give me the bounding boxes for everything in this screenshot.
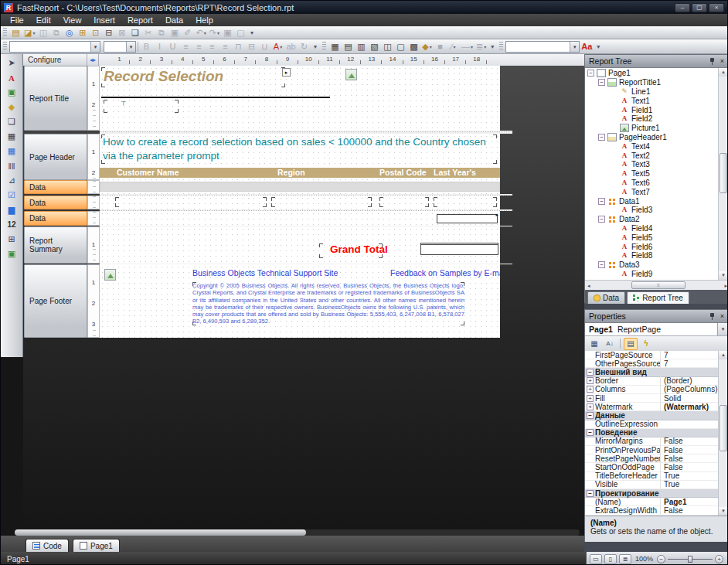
property-value[interactable]: 7: [660, 351, 719, 359]
toolbar-grip[interactable]: [3, 28, 7, 37]
property-value[interactable]: 7: [660, 359, 719, 368]
right-border-button[interactable]: ◫: [381, 41, 394, 53]
column-header-region[interactable]: Region: [277, 168, 305, 178]
page-settings-button[interactable]: ❏: [128, 27, 141, 39]
scroll-down-icon[interactable]: ▼: [719, 271, 728, 280]
field-object[interactable]: [115, 197, 267, 207]
property-row[interactable]: Внешний вид: [585, 368, 719, 376]
column-header-last-years[interactable]: Last Year's: [434, 168, 476, 178]
tree-item[interactable]: Data1: [585, 196, 719, 206]
cut-button[interactable]: ✂: [141, 27, 155, 39]
expand-icon[interactable]: [587, 395, 594, 402]
scroll-up-icon[interactable]: ▲: [719, 68, 728, 77]
menu-item[interactable]: Help: [189, 14, 219, 26]
play-button[interactable]: ▸: [282, 68, 291, 77]
toolbar-grip[interactable]: [322, 42, 326, 51]
band-label-data1[interactable]: Data: [24, 180, 87, 194]
property-value[interactable]: False: [660, 437, 719, 445]
font-size-combo[interactable]: ▾: [104, 41, 136, 53]
multi-page-view-button[interactable]: ≣: [619, 554, 631, 564]
scrollbar-thumb[interactable]: [719, 153, 727, 193]
property-value[interactable]: False: [660, 463, 719, 471]
property-row[interactable]: StartOnOddPage False: [585, 463, 719, 471]
expand-icon[interactable]: [587, 369, 594, 376]
font-color-button[interactable]: A: [271, 41, 284, 53]
tree-item[interactable]: Field4: [585, 224, 719, 233]
rotate-text-button[interactable]: ↻: [298, 41, 311, 53]
tree-expand-icon[interactable]: [598, 79, 605, 86]
italic-button[interactable]: I: [153, 41, 166, 53]
font-name-combo[interactable]: ▾: [9, 41, 100, 53]
tree-item[interactable]: Text3: [585, 160, 719, 169]
select-tool[interactable]: ➤: [3, 56, 20, 70]
page-width-view-button[interactable]: ▭: [590, 554, 602, 564]
property-row[interactable]: Columns (PageColumns): [585, 386, 719, 394]
maximize-button[interactable]: ▢: [692, 3, 707, 12]
field-object[interactable]: [104, 100, 179, 113]
valign-bottom-button[interactable]: ⊔: [258, 41, 271, 53]
events-button[interactable]: ϟ: [639, 338, 653, 350]
zoom-out-button[interactable]: −: [657, 555, 665, 563]
all-borders-button[interactable]: ▦: [328, 41, 342, 53]
property-row[interactable]: Border (Border): [585, 377, 719, 386]
total-field-object[interactable]: [420, 243, 498, 255]
close-icon[interactable]: ×: [720, 58, 724, 65]
line-color-button[interactable]: ∕: [447, 41, 460, 53]
band-label-report-title[interactable]: Report Title: [24, 66, 87, 131]
picture-object[interactable]: [104, 269, 116, 281]
properties-vertical-scrollbar[interactable]: ▲ ▼: [718, 351, 728, 516]
redo-button[interactable]: ↷: [208, 27, 221, 39]
band-label-data3[interactable]: Data: [24, 211, 87, 226]
fill-color-button[interactable]: ◆: [420, 41, 434, 53]
tree-expand-icon[interactable]: [598, 216, 605, 223]
categorized-view-button[interactable]: ▦: [587, 338, 601, 350]
toolbar-overflow-icon[interactable]: ▾: [314, 43, 317, 50]
left-border-button[interactable]: ▧: [368, 41, 381, 53]
ole-object-tool[interactable]: ▣: [3, 247, 20, 261]
style-button[interactable]: Aa: [580, 41, 594, 53]
save-all-button[interactable]: ⧉: [49, 27, 63, 39]
page-header-band[interactable]: How to create a record selection based o…: [100, 134, 500, 180]
matrix-tool[interactable]: ▦: [3, 144, 20, 158]
property-row[interactable]: (Name) Page1: [585, 498, 719, 506]
tree-item[interactable]: Field3: [585, 206, 719, 215]
tree-item[interactable]: Field8: [585, 251, 719, 260]
tree-item[interactable]: Line1: [585, 87, 719, 97]
ungroup-button[interactable]: ▢: [234, 27, 247, 39]
zoom-slider[interactable]: [668, 555, 713, 563]
whole-page-view-button[interactable]: ▯: [604, 554, 617, 564]
tree-item[interactable]: Text5: [585, 169, 719, 179]
scroll-up-icon[interactable]: ▲: [719, 351, 728, 359]
tree-item[interactable]: Text6: [585, 179, 719, 188]
expand-icon[interactable]: [587, 412, 594, 419]
band-label-data2[interactable]: Data: [24, 196, 87, 209]
new-dialog-button[interactable]: ⊡: [89, 27, 102, 39]
tree-item[interactable]: Text1: [585, 96, 719, 105]
chart-tool[interactable]: ▆: [3, 203, 20, 217]
tree-expand-icon[interactable]: [598, 198, 605, 205]
menu-item[interactable]: Insert: [87, 14, 121, 26]
top-border-button[interactable]: ▤: [342, 41, 355, 53]
property-value[interactable]: Solid: [660, 394, 719, 403]
tree-item[interactable]: Field1: [585, 105, 719, 114]
property-row[interactable]: OtherPagesSource 7: [585, 359, 719, 368]
bottom-border-button[interactable]: ▥: [355, 41, 368, 53]
checkbox-tool[interactable]: ☑: [3, 188, 20, 203]
rectangle-object[interactable]: [437, 214, 498, 223]
undo-button[interactable]: ↶: [194, 27, 207, 39]
line-width-button[interactable]: ≣: [475, 41, 488, 53]
property-row[interactable]: OutlineExpression: [585, 420, 719, 429]
tab-report-tree[interactable]: Report Tree: [627, 291, 689, 304]
property-row[interactable]: Watermark (Watermark): [585, 403, 719, 411]
line-style-button[interactable]: —: [460, 41, 475, 53]
tab-code[interactable]: Code: [26, 539, 69, 552]
copy-page-button[interactable]: ⊟: [102, 27, 115, 39]
expand-icon[interactable]: [587, 377, 594, 384]
menu-item[interactable]: View: [57, 14, 88, 26]
table-header-bar[interactable]: Customer Name Region Postal Code Last Ye…: [100, 168, 500, 178]
shapes-tool[interactable]: ◆: [3, 100, 20, 114]
data1-band[interactable]: [100, 180, 500, 194]
menu-item[interactable]: Data: [159, 14, 189, 26]
tree-expand-icon[interactable]: [587, 70, 594, 77]
edit-borders-button[interactable]: ▩: [407, 41, 420, 53]
